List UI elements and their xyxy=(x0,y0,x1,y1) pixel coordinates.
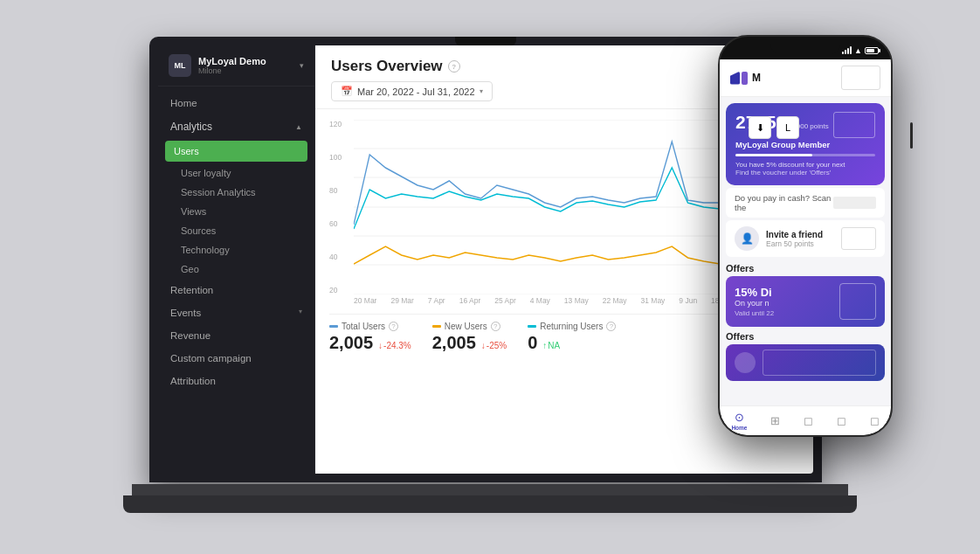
page-title-info-icon: ? xyxy=(448,60,460,73)
nav-4-icon: ◻ xyxy=(837,414,846,427)
sidebar-item-geo[interactable]: Geo xyxy=(158,260,314,279)
stat-new-users-value: 2,005 xyxy=(432,333,476,353)
returning-users-up-arrow-icon: ↑ xyxy=(542,341,547,350)
sidebar-item-retention[interactable]: Retention xyxy=(158,279,314,301)
laptop-bottom xyxy=(123,495,857,513)
download-button[interactable]: ⬇ xyxy=(749,116,771,139)
down-arrow-icon: ↓ xyxy=(378,341,383,350)
offers-section-2: Offers xyxy=(720,329,891,384)
nav-3-icon: ◻ xyxy=(804,414,813,427)
sidebar-item-sources[interactable]: Sources xyxy=(158,221,314,240)
nav-2-icon: ⊞ xyxy=(770,414,780,427)
bottom-nav-5[interactable]: ◻ xyxy=(870,414,880,428)
date-range-picker[interactable]: 📅 Mar 20, 2022 - Jul 31, 2022 ▾ xyxy=(331,81,493,101)
offer-1-sub: On your n xyxy=(735,299,832,308)
phone-notch xyxy=(770,37,840,54)
sidebar-item-views[interactable]: Views xyxy=(158,202,314,221)
sidebar-item-home[interactable]: Home xyxy=(158,92,314,114)
invite-img-placeholder xyxy=(841,227,876,250)
stat-returning-users-label: Returning Users xyxy=(540,322,603,331)
phone-brand-text: M xyxy=(752,72,762,84)
offer-1-img-placeholder xyxy=(839,283,876,320)
app-name: MyLoyal Demo xyxy=(198,56,293,66)
app-dropdown-arrow[interactable]: ▾ xyxy=(300,61,304,70)
invite-avatar: 👤 xyxy=(735,226,759,251)
stat-total-users-label: Total Users xyxy=(342,322,385,331)
total-users-info-icon: ? xyxy=(389,322,398,331)
nav-5-icon: ◻ xyxy=(870,414,880,427)
chart-actions: ⬇ L xyxy=(749,116,799,139)
phone-device: ▲ M xyxy=(718,35,910,472)
sidebar-logo[interactable]: ML MyLoyal Demo Milone ▾ xyxy=(158,45,314,87)
sidebar: ML MyLoyal Demo Milone ▾ Home xyxy=(158,45,315,474)
bottom-nav-3[interactable]: ◻ xyxy=(804,414,813,428)
new-users-down-arrow-icon: ↓ xyxy=(481,341,486,350)
discount-text: You have 5% discount for your next xyxy=(735,161,875,169)
sidebar-item-technology[interactable]: Technology xyxy=(158,240,314,260)
cash-scan-row: Do you pay in cash? Scan the xyxy=(726,188,885,218)
analytics-arrow: ▲ xyxy=(295,123,302,131)
cash-text: Do you pay in cash? Scan the xyxy=(735,193,833,212)
phone-menu-placeholder xyxy=(841,66,880,90)
signal-icon xyxy=(842,47,852,54)
sidebar-item-analytics[interactable]: Analytics ▲ xyxy=(158,114,314,139)
phone-logo-icon xyxy=(730,72,748,85)
sidebar-nav: Home Analytics ▲ Users User loyalty Sess… xyxy=(158,87,314,474)
sidebar-item-session-analytics[interactable]: Session Analytics xyxy=(158,183,314,202)
stat-new-users-label: New Users xyxy=(445,322,487,331)
bottom-nav-2[interactable]: ⊞ xyxy=(770,414,780,428)
bottom-nav-4[interactable]: ◻ xyxy=(837,414,846,428)
wifi-icon: ▲ xyxy=(854,46,862,55)
offer-card-1[interactable]: 15% Di On your n Valid until 22 xyxy=(726,276,885,327)
phone-status-icons: ▲ xyxy=(842,46,879,55)
analytics-label: Analytics xyxy=(170,121,212,133)
offer-1-title: 15% Di xyxy=(735,286,832,299)
points-card-img-placeholder xyxy=(833,112,875,138)
app-name-group: MyLoyal Demo Milone xyxy=(198,56,293,75)
offer-2-img-placeholder xyxy=(763,350,876,376)
battery-icon xyxy=(865,47,879,54)
card-name: MyLoyal Group Member xyxy=(735,140,875,149)
points-progress-bar xyxy=(735,154,875,156)
events-arrow: ▾ xyxy=(299,308,302,318)
calendar-icon: 📅 xyxy=(341,86,353,97)
discount-sub-text: Find the voucher under 'Offers' xyxy=(735,169,875,177)
phone-body: ▲ M xyxy=(718,35,893,437)
laptop-notch xyxy=(455,37,516,45)
stat-new-users-change: ↓-25% xyxy=(481,341,507,350)
sidebar-item-revenue[interactable]: Revenue xyxy=(158,324,314,347)
scan-placeholder xyxy=(833,197,876,209)
offer-card-1-text: 15% Di On your n Valid until 22 xyxy=(735,286,832,317)
returning-users-info-icon: ? xyxy=(606,322,616,331)
y-axis: 120 100 80 60 40 20 xyxy=(329,120,351,294)
home-nav-icon: ⊙ xyxy=(735,411,744,424)
stat-returning-users-change: ↑NA xyxy=(542,341,560,350)
phone-screen: M 2765 of 5,000 points xyxy=(720,59,891,435)
offer-card-2[interactable] xyxy=(726,344,885,381)
sidebar-item-user-loyalty[interactable]: User loyalty xyxy=(158,163,314,183)
new-users-info-icon: ? xyxy=(491,322,500,331)
home-nav-label: Home xyxy=(731,425,747,431)
app-subtitle: Milone xyxy=(198,66,293,75)
offers-section-1: Offers 15% Di On your n Valid until 22 xyxy=(720,260,891,329)
stat-total-users-change: ↓-24.3% xyxy=(378,341,411,350)
stat-returning-users-value: 0 xyxy=(528,333,537,353)
bottom-nav-home[interactable]: ⊙ Home xyxy=(731,411,747,431)
invite-sub: Earn 50 points xyxy=(766,239,834,248)
sidebar-item-attribution[interactable]: Attribution xyxy=(158,370,314,392)
offers-title-1: Offers xyxy=(720,260,891,276)
sidebar-item-custom-campaign[interactable]: Custom campaign xyxy=(158,347,314,370)
invite-row: 👤 Invite a friend Earn 50 points xyxy=(726,220,885,257)
sidebar-item-events[interactable]: Events ▾ xyxy=(158,301,314,324)
date-range-label: Mar 20, 2022 - Jul 31, 2022 xyxy=(357,87,475,97)
phone-side-button xyxy=(910,122,913,149)
invite-title: Invite a friend xyxy=(766,230,834,239)
settings-button[interactable]: L xyxy=(776,116,799,139)
stat-total-users: Total Users ? 2,005 ↓-24.3% xyxy=(329,322,411,353)
sidebar-item-users[interactable]: Users xyxy=(165,141,307,162)
phone-bottom-nav: ⊙ Home ⊞ ◻ ◻ xyxy=(720,405,891,435)
date-range-arrow: ▾ xyxy=(480,87,483,95)
stat-returning-users: Returning Users ? 0 ↑NA xyxy=(528,322,616,353)
offers-title-2: Offers xyxy=(720,329,891,344)
app-logo-icon: ML xyxy=(169,54,191,77)
